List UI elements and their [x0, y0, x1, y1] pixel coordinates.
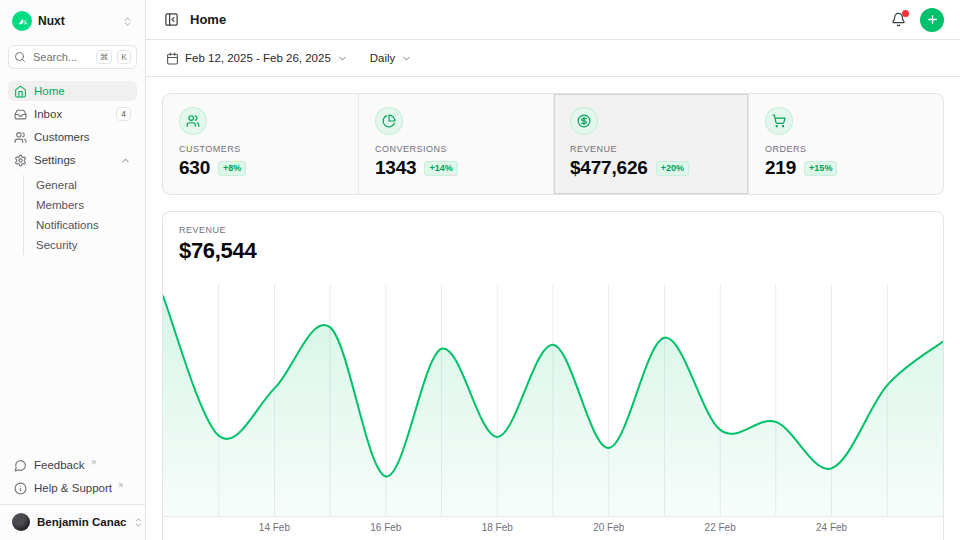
inbox-icon — [14, 108, 27, 121]
x-axis-tick: 20 Feb — [593, 522, 624, 533]
sidebar-item-label: Settings — [34, 154, 113, 166]
filter-toolbar: Feb 12, 2025 - Feb 26, 2025 Daily — [146, 40, 960, 77]
sidebar-item-settings[interactable]: Settings — [8, 150, 137, 170]
search-input[interactable] — [31, 50, 91, 64]
chevron-down-icon — [401, 53, 412, 64]
gear-icon — [14, 154, 27, 167]
external-link-icon — [90, 459, 97, 466]
chevrons-up-down-icon — [122, 16, 133, 27]
sidebar-item-home[interactable]: Home — [8, 81, 137, 101]
settings-sub-list: General Members Notifications Security — [23, 175, 137, 255]
sidebar-item-inbox[interactable]: Inbox 4 — [8, 104, 137, 124]
stat-card-orders[interactable]: ORDERS 219 +15% — [748, 94, 943, 194]
kbd-k: K — [117, 50, 131, 64]
stat-value: 219 — [765, 157, 796, 179]
chart-metric-label: REVENUE — [179, 225, 927, 235]
inbox-count-badge: 4 — [116, 107, 131, 121]
circle-dollar-icon — [570, 107, 598, 135]
workspace-name: Nuxt — [38, 14, 116, 28]
stat-label: CONVERSIONS — [375, 144, 537, 154]
home-icon — [14, 85, 27, 98]
chart-header: REVENUE $76,544 — [163, 212, 943, 284]
chevrons-up-down-icon — [133, 517, 144, 528]
pie-chart-icon — [375, 107, 403, 135]
sidebar-item-label: Home — [34, 85, 131, 97]
sidebar-item-label: Customers — [34, 131, 131, 143]
stat-value: 630 — [179, 157, 210, 179]
sidebar-item-label: Feedback — [34, 459, 85, 471]
page-title: Home — [190, 12, 226, 27]
stat-card-revenue[interactable]: REVENUE $477,626 +20% — [553, 94, 748, 194]
chart-canvas — [163, 284, 943, 517]
new-item-button[interactable] — [920, 8, 944, 32]
main-panel: Home Feb 12, 2 — [146, 0, 960, 540]
sidebar-item-help-support[interactable]: Help & Support — [8, 478, 137, 498]
x-axis: 14 Feb16 Feb18 Feb20 Feb22 Feb24 Feb — [163, 517, 943, 540]
x-axis-tick: 18 Feb — [482, 522, 513, 533]
message-circle-icon — [14, 459, 27, 472]
sidebar-item-customers[interactable]: Customers — [8, 127, 137, 147]
sidebar-item-feedback[interactable]: Feedback — [8, 455, 137, 475]
search-icon — [14, 51, 26, 63]
sidebar-item-notifications[interactable]: Notifications — [24, 215, 137, 235]
stat-card-customers[interactable]: CUSTOMERS 630 +8% — [163, 94, 358, 194]
date-range-label: Feb 12, 2025 - Feb 26, 2025 — [185, 52, 331, 64]
revenue-area-chart[interactable] — [163, 284, 943, 517]
x-axis-tick: 24 Feb — [816, 522, 847, 533]
workspace-switcher[interactable]: Nuxt — [8, 8, 137, 34]
page-content: CUSTOMERS 630 +8% CONVERSIONS 1343 +14% — [146, 77, 960, 540]
stat-delta-badge: +15% — [804, 161, 837, 176]
plus-icon — [926, 13, 939, 26]
nuxt-logo-icon — [12, 11, 32, 31]
users-icon — [179, 107, 207, 135]
page-header: Home — [146, 0, 960, 40]
x-axis-tick: 22 Feb — [705, 522, 736, 533]
stat-delta-badge: +8% — [218, 161, 246, 176]
stat-value: $477,626 — [570, 157, 648, 179]
revenue-chart-card: REVENUE $76,544 14 Feb16 Feb18 Feb20 Feb… — [162, 211, 944, 540]
period-select[interactable]: Daily — [366, 48, 417, 68]
sidebar-nav: Home Inbox 4 Customers Settings — [8, 81, 137, 257]
stat-card-conversions[interactable]: CONVERSIONS 1343 +14% — [358, 94, 553, 194]
sidebar-footer: Feedback Help & Support — [8, 455, 137, 504]
user-menu[interactable]: Benjamin Canac — [0, 504, 145, 540]
notifications-button[interactable] — [889, 10, 908, 29]
chevron-up-icon — [120, 155, 131, 166]
users-icon — [14, 131, 27, 144]
sidebar-item-general[interactable]: General — [24, 175, 137, 195]
stat-label: ORDERS — [765, 144, 927, 154]
sidebar: Nuxt ⌘ K Home Inb — [0, 0, 146, 540]
stat-delta-badge: +14% — [424, 161, 457, 176]
stats-row: CUSTOMERS 630 +8% CONVERSIONS 1343 +14% — [162, 93, 944, 195]
sidebar-item-label: Help & Support — [34, 482, 112, 494]
stat-label: REVENUE — [570, 144, 732, 154]
chevron-down-icon — [337, 53, 348, 64]
kbd-cmd: ⌘ — [96, 50, 113, 64]
date-range-picker[interactable]: Feb 12, 2025 - Feb 26, 2025 — [162, 48, 352, 69]
x-axis-tick: 14 Feb — [259, 522, 290, 533]
sidebar-item-members[interactable]: Members — [24, 195, 137, 215]
period-label: Daily — [370, 52, 396, 64]
collapse-sidebar-button[interactable] — [162, 10, 181, 29]
user-name: Benjamin Canac — [37, 516, 126, 528]
stat-delta-badge: +20% — [656, 161, 689, 176]
panel-left-close-icon — [164, 12, 179, 27]
calendar-icon — [166, 52, 179, 65]
x-axis-tick: 16 Feb — [370, 522, 401, 533]
sidebar-item-label: Inbox — [34, 108, 109, 120]
shopping-cart-icon — [765, 107, 793, 135]
stat-value: 1343 — [375, 157, 416, 179]
header-actions — [889, 8, 944, 32]
external-link-icon — [117, 482, 124, 489]
chart-metric-value: $76,544 — [179, 238, 927, 264]
notification-dot — [902, 10, 909, 17]
avatar — [12, 513, 30, 531]
search-input-wrapper[interactable]: ⌘ K — [8, 45, 137, 69]
info-circle-icon — [14, 482, 27, 495]
stat-label: CUSTOMERS — [179, 144, 342, 154]
sidebar-item-security[interactable]: Security — [24, 235, 137, 255]
app-window: Nuxt ⌘ K Home Inb — [0, 0, 960, 540]
